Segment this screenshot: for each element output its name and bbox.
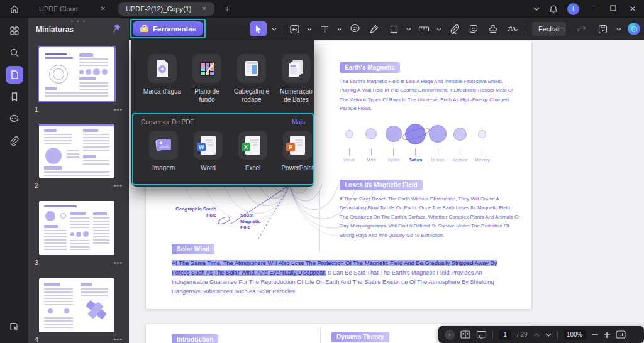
zoom-out-button[interactable]	[592, 334, 598, 335]
avatar[interactable]: I	[567, 3, 579, 15]
select-tool-dropdown[interactable]	[271, 21, 277, 36]
fit-actual-size-button[interactable]	[616, 330, 626, 339]
tool-item-watermark[interactable]: Marca d'água	[142, 54, 182, 96]
undo-icon	[556, 24, 566, 33]
undo-button[interactable]	[553, 21, 569, 36]
zoom-in-button[interactable]	[604, 332, 610, 338]
sidebar-item-comments[interactable]	[6, 110, 23, 128]
thumbnail-row-2: 2 •••	[35, 182, 123, 189]
thumbnail-page-4[interactable]	[39, 278, 114, 332]
minimize-button[interactable]: ─	[589, 4, 599, 13]
sticker-tool-button[interactable]	[466, 21, 481, 36]
select-tool-button[interactable]	[250, 21, 267, 36]
sidebar-item-thumbnails[interactable]	[6, 66, 23, 84]
signature-tool-button[interactable]	[505, 21, 520, 36]
sidebar-item-search[interactable]	[6, 44, 23, 62]
text-icon	[320, 24, 330, 34]
converter-more-link[interactable]: Mais	[292, 119, 305, 126]
presentation-button[interactable]	[476, 330, 487, 339]
sidebar-item-bookmarks[interactable]	[6, 88, 23, 106]
shape-tool-button[interactable]	[386, 21, 401, 36]
bookmark-icon	[9, 92, 19, 102]
page-number-input[interactable]	[499, 330, 511, 340]
stamp-icon	[488, 24, 498, 34]
tab-document[interactable]: UPDF-2(12)_Copy(1) ✕	[118, 2, 214, 16]
comment-tool-button[interactable]	[347, 21, 362, 36]
sidebar-item-apps[interactable]	[6, 22, 23, 40]
close-tab-icon[interactable]: ✕	[101, 5, 106, 12]
home-icon	[9, 4, 19, 14]
tool-item-bates-numbering[interactable]: Numeração de Bates	[276, 54, 316, 104]
ai-icon	[631, 26, 637, 32]
bar-divider	[557, 330, 558, 339]
ai-assistant-button[interactable]	[628, 23, 640, 35]
save-button[interactable]	[595, 21, 610, 36]
planet-label: Mars	[367, 158, 375, 162]
planet-label: Saturn	[409, 158, 423, 162]
convert-to-powerpoint[interactable]: P PowerPoint	[277, 131, 318, 173]
thumbnail-menu-button[interactable]: •••	[113, 182, 123, 189]
planet-label: Neptune	[452, 158, 468, 162]
thumbnail-number: 2	[35, 182, 38, 189]
measure-tool-button[interactable]	[416, 21, 431, 36]
sidebar-item-attachments[interactable]	[6, 132, 23, 150]
pin-icon[interactable]	[113, 24, 121, 36]
background-icon	[192, 54, 221, 83]
solar-wind-paragraph[interactable]: At The Same Time, The Atmosphere Will Al…	[172, 259, 509, 297]
dynamo-theory-badge: Dynamo Theory	[331, 332, 389, 342]
save-dropdown[interactable]	[616, 21, 622, 36]
read-mode-icon	[9, 322, 19, 332]
header-footer-icon	[237, 54, 266, 83]
text-tool-button[interactable]	[317, 21, 332, 36]
page-header-tool-dropdown[interactable]	[306, 21, 313, 36]
previous-page-button[interactable]	[533, 333, 540, 337]
close-tab-icon[interactable]: ✕	[202, 5, 207, 12]
thumbnail-page-3[interactable]	[39, 201, 114, 255]
shape-tool-dropdown[interactable]	[406, 21, 412, 36]
thumbnail-menu-button[interactable]: •••	[113, 259, 123, 266]
tool-item-header-footer[interactable]: Cabeçalho e rodapé	[231, 54, 272, 104]
thumbnail-menu-button[interactable]: •••	[113, 106, 123, 113]
expand-bar-button[interactable]: ›	[445, 330, 455, 340]
tool-label: Word	[201, 165, 216, 173]
toolbar-tools: Fechar	[250, 18, 566, 40]
stamp-tool-button[interactable]	[486, 21, 501, 36]
thumbnail-page-1[interactable]	[39, 47, 114, 101]
convert-to-excel[interactable]: X Excel	[233, 131, 273, 173]
pen-tool-button[interactable]	[367, 21, 382, 36]
new-tab-button[interactable]: +	[225, 3, 230, 14]
home-button[interactable]	[8, 3, 21, 15]
chevron-down-icon[interactable]	[533, 7, 540, 11]
zoom-level[interactable]: 100%	[564, 330, 586, 340]
measure-tool-dropdown[interactable]	[436, 21, 442, 36]
page-header-tool-button[interactable]	[287, 21, 302, 36]
planet-label: Jupiter	[387, 158, 400, 162]
page-layout-button[interactable]	[460, 330, 470, 339]
read-mode-button[interactable]	[6, 318, 23, 335]
convert-to-word[interactable]: W Word	[188, 131, 228, 173]
tool-item-background[interactable]: Plano de fundo	[187, 54, 227, 104]
next-page-button[interactable]	[545, 333, 552, 337]
attachment-tool-button[interactable]	[447, 21, 462, 36]
thumbnail-row-4: 4 •••	[35, 335, 123, 343]
tool-label: Marca d'água	[143, 88, 181, 96]
redo-icon	[577, 24, 587, 33]
word-glyph: W	[197, 143, 206, 151]
planet-mercury: Mercury	[472, 123, 493, 162]
powerpoint-icon: P	[283, 131, 312, 160]
notifications-bell-icon[interactable]	[549, 4, 558, 14]
thumbnail-page-2[interactable]	[39, 124, 114, 178]
thumbnail-number: 4	[35, 335, 38, 343]
maximize-button[interactable]	[608, 4, 618, 13]
close-window-button[interactable]: ✕	[628, 4, 638, 13]
text-tool-dropdown[interactable]	[336, 21, 343, 36]
thumbnail-menu-button[interactable]: •••	[113, 335, 123, 343]
planet-circle	[386, 126, 402, 142]
redo-button[interactable]	[574, 21, 589, 36]
ferramentas-button[interactable]: Ferramentas	[133, 21, 203, 36]
tab-updf-cloud[interactable]: UPDF Cloud ✕	[35, 2, 109, 16]
geographic-south-pole-label: Geographic South Pole	[171, 206, 216, 218]
planet-circle	[345, 130, 353, 138]
grid-icon	[9, 26, 19, 36]
convert-to-image[interactable]: Imagem	[143, 131, 184, 173]
